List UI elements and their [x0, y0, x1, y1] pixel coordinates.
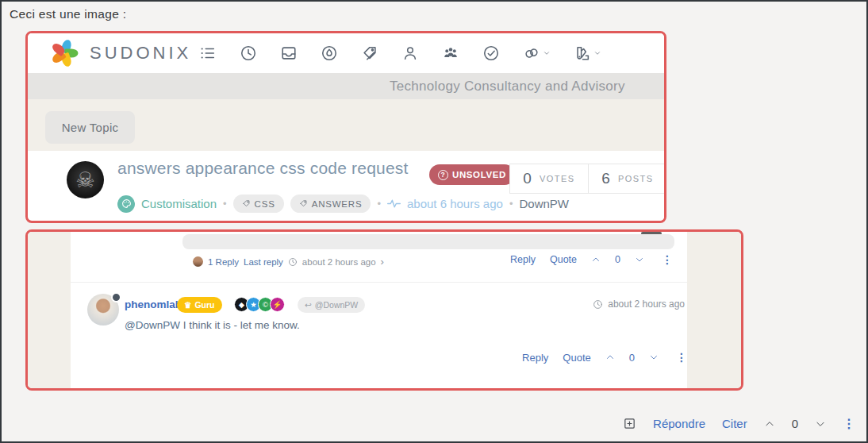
expand-icon[interactable] — [623, 417, 636, 430]
tag-pill-answers: ANSWERS — [290, 195, 371, 213]
brand-name: SUDONIX — [90, 43, 191, 64]
reply-button: Reply — [510, 254, 536, 265]
tag-icon — [242, 199, 251, 208]
chevron-right-icon: › — [381, 256, 384, 268]
tag-icon — [361, 44, 378, 62]
forum-navbar: SUDONIX — [28, 33, 664, 73]
post-caption-text: Ceci est une image : — [10, 7, 126, 21]
quote-button: Quote — [563, 352, 590, 364]
forum-post-view: Ceci est une image : SUDONIX — [0, 0, 868, 443]
posts-label: POSTS — [618, 174, 654, 183]
post-content: @DownPW I think it is - let me know. — [125, 319, 300, 331]
themes-menu — [574, 44, 601, 62]
reply-button: Reply — [522, 352, 548, 364]
more-options-icon[interactable]: ⋮ — [843, 416, 855, 431]
clock-icon — [240, 44, 257, 62]
chevron-down-icon — [543, 49, 551, 57]
separator-dot: • — [377, 198, 381, 210]
mention-link: @DownPW — [125, 319, 180, 331]
list-icon — [199, 44, 217, 62]
more-options-icon: ⋮ — [662, 253, 673, 266]
post-controls: Reply Quote 0 ⋮ — [522, 351, 687, 364]
last-reply-avatar — [193, 256, 203, 267]
topic-stats: 0 VOTES 6 POSTS — [509, 164, 666, 194]
topic-toolbar-area: New Topic — [28, 99, 664, 151]
vote-count: 0 — [629, 352, 635, 364]
page-margin-right — [687, 232, 741, 388]
chevron-down-icon — [593, 49, 601, 57]
post-divider — [71, 282, 687, 283]
upvote-icon — [605, 352, 615, 362]
links-menu — [523, 44, 551, 62]
topic-author-avatar: ☠ — [67, 161, 104, 198]
post-text: I think it is - let me know. — [183, 319, 300, 331]
post-time-text: about 2 hours ago — [608, 299, 685, 310]
votes-label: VOTES — [540, 174, 575, 183]
medal-icon: ⚡ — [270, 297, 285, 312]
category-link: Customisation — [141, 197, 217, 210]
users-icon — [442, 44, 459, 62]
guru-label: Guru — [194, 300, 214, 310]
swatch-icon — [574, 44, 591, 62]
page-margin-left — [28, 232, 71, 388]
topic-author-name: DownPW — [519, 197, 569, 210]
more-options-icon: ⋮ — [676, 351, 687, 364]
unsolved-label: UNSOLVED — [452, 170, 506, 179]
unsolved-status-badge: ? UNSOLVED — [429, 164, 515, 185]
embedded-screenshot-reply[interactable]: 1 Reply Last reply about 2 hours ago › R… — [25, 229, 743, 391]
vote-count: 0 — [792, 417, 798, 430]
category-icon — [117, 195, 135, 213]
tag-label: ANSWERS — [312, 199, 363, 209]
activity-pulse-icon — [387, 198, 401, 209]
clock-icon — [593, 299, 603, 310]
posts-stat: 6 POSTS — [588, 164, 666, 194]
tag-pill-css: CSS — [233, 195, 284, 213]
tag-icon — [299, 199, 308, 208]
embedded-screenshot-topic[interactable]: SUDONIX Technology Consu — [25, 31, 666, 223]
topic-card: ☠ answers appearance css code request ? … — [40, 151, 664, 221]
last-reply-link: Last reply — [244, 257, 283, 267]
question-icon: ? — [438, 170, 448, 180]
user-status-dot — [111, 292, 121, 302]
topic-activity-time: about 6 hours ago — [407, 197, 503, 210]
votes-stat: 0 VOTES — [509, 164, 589, 194]
separator-dot: • — [223, 198, 227, 210]
post-footer-controls: Répondre Citer 0 ⋮ — [623, 416, 855, 431]
navbar-icons — [199, 44, 601, 62]
reply-to-chip: ↩ @DownPW — [298, 297, 365, 313]
category-title-bar: Technology Consultancy and Advisory — [28, 73, 664, 99]
quote-button: Quote — [550, 254, 577, 265]
tag-label: CSS — [255, 199, 275, 209]
separator-dot: • — [509, 198, 513, 210]
downvote-icon — [649, 352, 659, 362]
summary-controls: Reply Quote 0 ⋮ — [510, 253, 673, 266]
upvote-icon[interactable] — [764, 418, 775, 430]
topic-meta-row: Customisation • CSS ANSWERS • about 6 ho… — [117, 195, 569, 213]
reply-button[interactable]: Répondre — [653, 417, 705, 430]
upvote-icon — [591, 255, 601, 264]
guru-role-badge: ♛ Guru — [177, 297, 222, 313]
quote-button[interactable]: Citer — [722, 417, 747, 430]
user-icon — [401, 44, 419, 62]
downvote-icon — [635, 255, 644, 264]
vote-count: 0 — [615, 254, 620, 265]
sudonix-logo-icon — [50, 39, 79, 67]
reply-arrow-icon: ↩ — [305, 300, 312, 310]
new-topic-button: New Topic — [45, 111, 135, 144]
downvote-icon[interactable] — [815, 418, 826, 430]
inbox-icon — [280, 44, 298, 62]
user-medal-badges: ◆ ★ © ⚡ — [234, 297, 285, 312]
votes-count: 0 — [523, 170, 532, 187]
previous-post-fragment — [182, 234, 674, 249]
flame-icon — [321, 44, 338, 62]
links-icon — [523, 44, 540, 62]
last-reply-time: about 2 hours ago — [302, 257, 376, 267]
post-author-name: phenomlab — [125, 299, 182, 310]
crown-icon: ♛ — [184, 300, 191, 310]
post-timestamp: about 2 hours ago — [593, 299, 685, 310]
reply-to-user: @DownPW — [315, 300, 358, 310]
clock-icon — [288, 257, 298, 267]
reply-summary-row: 1 Reply Last reply about 2 hours ago › — [193, 256, 384, 268]
topic-title: answers appearance css code request — [117, 159, 409, 178]
check-circle-icon — [482, 44, 500, 62]
